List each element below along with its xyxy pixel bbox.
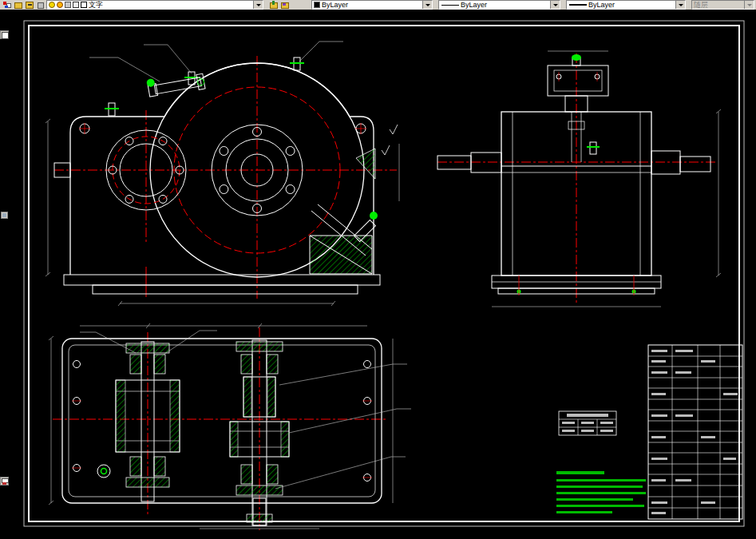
- plan-view: [49, 323, 411, 530]
- current-linetype-name: ByLayer: [459, 1, 487, 9]
- plotstyle-control-combo: 随层: [691, 0, 754, 10]
- linetype-control-combo[interactable]: ByLayer: [438, 0, 560, 10]
- plot-icon[interactable]: [73, 2, 79, 8]
- housing-bolts: [105, 57, 304, 116]
- layer-control-combo[interactable]: 文字: [46, 0, 263, 10]
- current-color-name: ByLayer: [320, 1, 348, 9]
- title-block-text-marks: [651, 350, 738, 514]
- sun-icon[interactable]: [57, 2, 63, 8]
- front-view: [46, 42, 399, 306]
- cad-window: 文字 ByLayer ByLayer ByLayer: [0, 0, 756, 539]
- linetype-sample-icon: [441, 5, 459, 6]
- current-lineweight-name: ByLayer: [587, 1, 615, 9]
- lightbulb-icon[interactable]: [49, 2, 55, 8]
- color-swatch: [314, 2, 320, 8]
- make-object-layer-current-icon[interactable]: [268, 0, 278, 9]
- docked-toolbar-icon[interactable]: [0, 30, 9, 39]
- title-block: [648, 345, 742, 519]
- color-control-combo[interactable]: ByLayer: [311, 0, 433, 10]
- gear-parameter-table: [559, 411, 616, 435]
- side-dimensions: [492, 51, 721, 307]
- docked-toolbar-icon[interactable]: [1, 212, 8, 219]
- side-view: [437, 51, 721, 307]
- technical-notes: [556, 471, 646, 513]
- drain-plug: [97, 465, 110, 478]
- docked-toolbar-icon[interactable]: [0, 477, 9, 485]
- plan-dimensions: [49, 323, 393, 529]
- inspection-cap: [548, 54, 608, 112]
- color-dropdown-arrow[interactable]: [422, 1, 432, 9]
- sheet-frame: [24, 21, 744, 526]
- linetype-dropdown-arrow[interactable]: [550, 1, 560, 9]
- layer-states-icon[interactable]: [24, 0, 34, 9]
- drawing-canvas[interactable]: [0, 10, 756, 539]
- layers-icon[interactable]: [13, 0, 22, 9]
- layer-dropdown-arrow[interactable]: [253, 1, 263, 9]
- layer-properties-icon[interactable]: [2, 0, 11, 9]
- current-layer-name: 文字: [87, 1, 103, 9]
- lineweight-control-combo[interactable]: ByLayer: [566, 0, 686, 10]
- gearbox-drawing: [0, 10, 756, 539]
- oil-gauge-hatch: [356, 149, 375, 179]
- lineweight-sample-icon: [569, 4, 587, 6]
- oil-sump: [310, 204, 372, 274]
- layer-color-swatch: [81, 2, 87, 8]
- plotstyle-dropdown-arrow: [744, 1, 754, 9]
- lock-icon[interactable]: [65, 2, 71, 8]
- vent-assembly: [146, 69, 205, 98]
- layer-previous-icon[interactable]: [279, 0, 289, 9]
- lineweight-dropdown-arrow[interactable]: [675, 1, 685, 9]
- current-plotstyle-name: 随层: [692, 1, 708, 9]
- layer-filter-icon[interactable]: [35, 0, 45, 9]
